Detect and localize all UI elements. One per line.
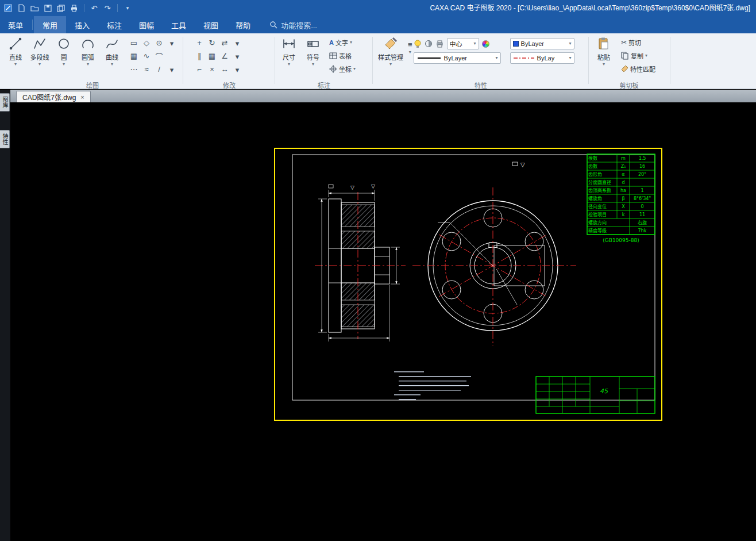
save-all-icon[interactable] — [56, 3, 65, 13]
window-title: CAXA CAD 电子图板 2020 - [C:\Users\liao_\App… — [430, 0, 750, 16]
app-logo-icon — [3, 3, 13, 13]
library-panel-tab[interactable]: 图库 — [0, 93, 10, 112]
erase-tool-button[interactable]: × — [206, 63, 218, 76]
move-tool-button[interactable]: + — [193, 36, 206, 49]
arc2-tool-button[interactable]: ⌒ — [153, 49, 165, 63]
ribbon-group-clipboard: 粘贴 ▾ ✂ 剪切 复制 ▾ 特性匹配 剪切板 — [591, 34, 668, 79]
svg-text:右旋: 右旋 — [638, 220, 647, 225]
linetype-combo[interactable]: ByLayer ▾ — [414, 52, 501, 64]
close-tab-icon[interactable]: × — [80, 94, 84, 101]
ray-tool-button[interactable]: / — [153, 63, 165, 76]
dimension-icon — [282, 37, 296, 51]
points-tool-button[interactable]: ⋯ — [128, 63, 140, 76]
drawing-canvas[interactable]: ▽ — [10, 102, 756, 541]
ribbon-tab-help[interactable]: 帮助 — [227, 16, 259, 33]
svg-text:螺旋角: 螺旋角 — [588, 195, 602, 201]
new-file-icon[interactable] — [17, 3, 26, 13]
dropdown-arrow[interactable]: ▾ — [38, 62, 41, 67]
line-button[interactable]: 直线 ▾ — [3, 34, 28, 78]
roughness-marks: ▽ — [512, 162, 525, 168]
dropdown-arrow[interactable]: ▾ — [288, 62, 290, 67]
dropdown-arrow[interactable]: ▾ — [111, 62, 113, 67]
chamfer-tool-button[interactable]: ∠ — [218, 49, 231, 63]
polygon-tool-button[interactable]: ◇ — [140, 36, 153, 49]
dropdown-arrow[interactable]: ▾ — [231, 37, 244, 49]
dropdown-arrow[interactable]: ▾ — [645, 53, 647, 58]
brightness-icon[interactable] — [425, 40, 433, 48]
dropdown-arrow[interactable]: ▾ — [231, 50, 244, 63]
dimension-button[interactable]: 尺寸 ▾ — [277, 34, 301, 78]
copy-button[interactable]: 复制 ▾ — [619, 49, 657, 62]
approx-tool-button[interactable]: ≈ — [140, 63, 153, 76]
ribbon-group-annotate: 尺寸 ▾ 符号 ▾ A 文字 ▾ 表格 坐标 ▾ 标注 — [277, 34, 371, 79]
dropdown-arrow[interactable]: ▾ — [165, 63, 178, 76]
dropdown-arrow[interactable]: ▾ — [14, 62, 17, 67]
dropdown-arrow[interactable]: ▾ — [409, 50, 411, 55]
ribbon-tab-insert[interactable]: 插入 — [66, 16, 98, 33]
style-manager-button[interactable]: 样式管理 ▾ — [375, 34, 407, 78]
paste-button[interactable]: 粘贴 ▾ — [591, 34, 617, 78]
toolbar-separator — [84, 4, 84, 12]
dropdown-arrow[interactable]: ▾ — [389, 62, 392, 67]
ribbon-tab-view[interactable]: 视图 — [195, 16, 227, 33]
linestyle-combo[interactable]: ByLay ▾ — [510, 52, 574, 64]
dropdown-arrow[interactable]: ▾ — [350, 40, 352, 45]
dropdown-arrow[interactable]: ▾ — [87, 62, 89, 67]
point-tool-button[interactable]: ⊙ — [153, 36, 165, 49]
color-combo[interactable]: ByLayer ▾ — [510, 38, 574, 49]
dropdown-arrow[interactable]: ▾ — [165, 37, 178, 49]
wave-tool-button[interactable]: ∿ — [140, 49, 153, 63]
group-separator — [275, 37, 275, 84]
mirror-tool-button[interactable]: ⇄ — [218, 36, 231, 49]
array-tool-button[interactable]: ▦ — [206, 49, 218, 63]
cut-button[interactable]: ✂ 剪切 — [619, 36, 657, 49]
ribbon-tab-home[interactable]: 常用 — [34, 16, 66, 33]
coordinate-button[interactable]: 坐标 ▾ — [327, 62, 357, 75]
dropdown-arrow[interactable]: ▾ — [603, 62, 605, 67]
center-mode-combo[interactable]: 中心 ▾ — [447, 38, 479, 49]
qat-customize-dropdown-icon[interactable]: ▾ — [123, 3, 132, 13]
open-file-icon[interactable] — [30, 3, 39, 13]
symbol-button[interactable]: 符号 ▾ — [301, 34, 325, 78]
ribbon-group-properties: 样式管理 ▾ ≡ ▾ 中心 ▾ ByLayer ▾ — [375, 34, 587, 79]
match-properties-button[interactable]: 特性匹配 — [619, 62, 657, 75]
layer-list-icon[interactable]: ≡ — [408, 39, 412, 49]
document-tab-bar: CAD图纸7张.dwg × — [10, 90, 756, 102]
dropdown-arrow[interactable]: ▾ — [63, 62, 65, 67]
offset-tool-button[interactable]: ∥ — [193, 49, 206, 63]
dropdown-arrow[interactable]: ▾ — [312, 62, 314, 67]
undo-icon[interactable]: ↶ — [90, 3, 99, 13]
table-button[interactable]: 表格 — [327, 49, 357, 62]
ribbon-tab-annotate[interactable]: 标注 — [98, 16, 130, 33]
svg-text:分度圆直径: 分度圆直径 — [588, 179, 611, 185]
properties-panel-tab[interactable]: 特性 — [0, 130, 10, 148]
ribbon-tab-frame[interactable]: 图幅 — [130, 16, 163, 33]
svg-text:20°: 20° — [638, 172, 646, 177]
text-button[interactable]: A 文字 ▾ — [327, 36, 357, 49]
hatch-tool-button[interactable]: ▦ — [128, 49, 140, 63]
circle-button[interactable]: 圆 ▾ — [52, 34, 76, 78]
rotate-tool-button[interactable]: ↻ — [206, 36, 218, 49]
arc-button[interactable]: 圆弧 ▾ — [76, 34, 100, 78]
document-tab[interactable]: CAD图纸7张.dwg × — [16, 91, 91, 102]
save-icon[interactable] — [43, 3, 52, 13]
main-menu-button[interactable]: 菜单 — [0, 16, 31, 33]
plot-icon[interactable] — [435, 40, 444, 48]
dropdown-arrow: ▾ — [569, 56, 572, 60]
rectangle-tool-button[interactable]: ▭ — [128, 36, 140, 49]
print-icon[interactable] — [70, 3, 79, 13]
spline-button[interactable]: 曲线 ▾ — [100, 34, 124, 78]
technical-notes — [394, 371, 471, 400]
ribbon-tab-tools[interactable]: 工具 — [163, 16, 195, 33]
dropdown-arrow[interactable]: ▾ — [353, 67, 356, 71]
dropdown-arrow[interactable]: ▾ — [231, 63, 244, 76]
group-label-draw: 绘图 — [3, 80, 182, 90]
stretch-tool-button[interactable]: ↔ — [218, 63, 231, 76]
polyline-button[interactable]: 多段线 ▾ — [28, 34, 52, 78]
color-wheel-icon[interactable] — [482, 40, 489, 48]
trim-tool-button[interactable]: ⌐ — [193, 63, 206, 76]
layer-bulb-icon[interactable] — [414, 40, 422, 48]
panel-tab-label: 图库 — [2, 97, 8, 108]
redo-icon[interactable]: ↷ — [103, 3, 112, 13]
function-search[interactable]: 功能搜索... — [269, 16, 317, 33]
